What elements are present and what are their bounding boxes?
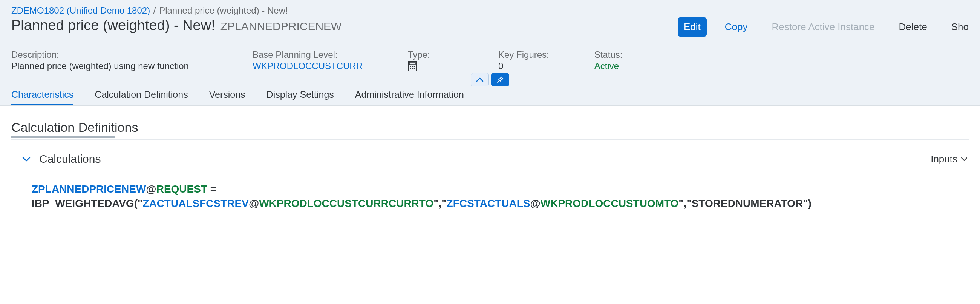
header-actions: Edit Copy Restore Active Instance Delete…	[678, 18, 969, 37]
formula-equals: =	[207, 183, 216, 195]
svg-point-5	[410, 68, 411, 69]
subsection-title: Calculations	[39, 152, 101, 165]
subsection-header: Calculations Inputs	[11, 152, 969, 165]
fact-key-figures: Key Figures: 0	[498, 50, 549, 71]
fact-label: Description:	[11, 50, 207, 60]
fact-label: Type:	[408, 50, 453, 60]
formula-line-2: IBP_WEIGHTEDAVG("ZACTUALSFCSTREV@WKPRODL…	[32, 196, 969, 211]
section-underline	[11, 136, 115, 138]
formula-key-figure: ZACTUALSFCSTREV	[143, 197, 249, 209]
chevron-down-icon[interactable]	[22, 156, 31, 162]
formula-at: @	[146, 183, 156, 195]
fact-base-planning-level: Base Planning Level: WKPRODLOCCUSTCURR	[253, 50, 363, 71]
formula-at: @	[249, 197, 259, 209]
inputs-button-label: Inputs	[931, 153, 958, 165]
fact-label: Status:	[594, 50, 640, 60]
breadcrumb-current: Planned price (weighted) - New!	[159, 5, 288, 16]
tab-versions[interactable]: Versions	[209, 89, 245, 106]
pin-icon	[496, 76, 504, 83]
tab-calculation-definitions[interactable]: Calculation Definitions	[95, 89, 188, 106]
formula-planning-level: WKPRODLOCCUSTUOMTO	[541, 197, 679, 209]
fact-description: Description: Planned price (weighted) us…	[11, 50, 207, 71]
fact-value: Planned price (weighted) using new funct…	[11, 61, 207, 71]
svg-rect-1	[409, 62, 415, 65]
breadcrumb-separator: /	[153, 5, 156, 16]
svg-point-4	[414, 66, 415, 67]
formula-function: IBP_WEIGHTEDAVG("	[32, 197, 143, 209]
calculation-formula: ZPLANNEDPRICENEW@REQUEST = IBP_WEIGHTEDA…	[11, 182, 969, 211]
page-title: Planned price (weighted) - New!	[11, 18, 215, 34]
page-object-code: ZPLANNEDPRICENEW	[221, 20, 342, 33]
svg-point-3	[412, 66, 413, 67]
svg-point-2	[410, 66, 411, 67]
breadcrumb: ZDEMO1802 (Unified Demo 1802) / Planned …	[11, 5, 969, 16]
formula-separator: ","	[678, 197, 691, 209]
formula-close: ")	[803, 197, 811, 209]
tab-administrative-information[interactable]: Administrative Information	[355, 89, 464, 106]
formula-line-1: ZPLANNEDPRICENEW@REQUEST =	[32, 182, 969, 196]
title-row: Planned price (weighted) - New! ZPLANNED…	[11, 18, 969, 37]
formula-planning-level: REQUEST	[156, 183, 207, 195]
svg-point-7	[414, 68, 415, 69]
fact-type: Type:	[408, 50, 453, 71]
chevron-up-icon	[476, 77, 484, 82]
content-area: Calculation Definitions Calculations Inp…	[0, 106, 980, 226]
inputs-button[interactable]: Inputs	[931, 153, 968, 165]
svg-line-8	[498, 80, 500, 83]
formula-key-figure: ZFCSTACTUALS	[447, 197, 530, 209]
formula-at: @	[530, 197, 540, 209]
restore-active-instance-button: Restore Active Instance	[765, 18, 880, 37]
formula-key-figure: ZPLANNEDPRICENEW	[32, 183, 146, 195]
fact-value: 0	[498, 61, 549, 71]
formula-separator: ","	[433, 197, 446, 209]
edit-button[interactable]: Edit	[678, 18, 707, 37]
calculator-icon	[408, 61, 453, 71]
svg-point-6	[412, 68, 413, 69]
fact-label: Base Planning Level:	[253, 50, 363, 60]
status-badge: Active	[594, 61, 640, 71]
formula-literal: STOREDNUMERATOR	[692, 197, 803, 209]
header-collapse-handle	[471, 73, 509, 86]
section-title: Calculation Definitions	[11, 120, 969, 135]
fact-label: Key Figures:	[498, 50, 549, 60]
fact-status: Status: Active	[594, 50, 640, 71]
tab-characteristics[interactable]: Characteristics	[11, 89, 73, 106]
show-button[interactable]: Sho	[945, 18, 969, 37]
collapse-header-button[interactable]	[471, 73, 489, 86]
delete-button[interactable]: Delete	[893, 18, 933, 37]
object-page-header: ZDEMO1802 (Unified Demo 1802) / Planned …	[0, 0, 980, 80]
pin-header-button[interactable]	[491, 73, 509, 86]
section-divider	[11, 139, 969, 140]
formula-planning-level: WKPRODLOCCUSTCURRCURRTO	[259, 197, 433, 209]
chevron-down-icon	[960, 156, 968, 162]
breadcrumb-root-link[interactable]: ZDEMO1802 (Unified Demo 1802)	[11, 5, 150, 16]
base-planning-level-link[interactable]: WKPRODLOCCUSTCURR	[253, 61, 363, 71]
copy-button[interactable]: Copy	[719, 18, 754, 37]
tab-display-settings[interactable]: Display Settings	[266, 89, 334, 106]
